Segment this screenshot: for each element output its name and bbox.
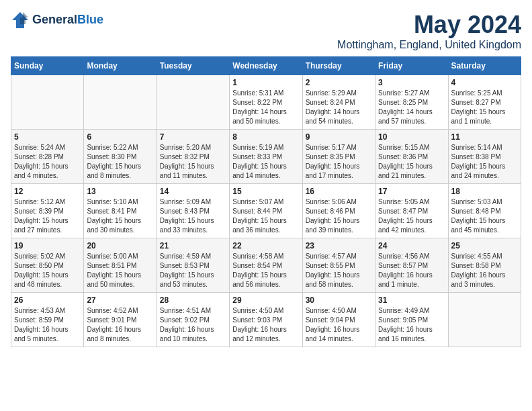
day-number: 25 <box>451 241 518 250</box>
calendar-cell: 1Sunrise: 5:31 AMSunset: 8:22 PMDaylight… <box>230 75 302 130</box>
day-detail: Sunrise: 4:51 AMSunset: 9:02 PMDaylight:… <box>160 306 226 344</box>
day-number: 13 <box>87 187 153 196</box>
col-header-saturday: Saturday <box>448 57 521 75</box>
calendar-week-row: 26Sunrise: 4:53 AMSunset: 8:59 PMDayligh… <box>11 293 521 347</box>
day-number: 1 <box>232 78 299 87</box>
calendar-table: SundayMondayTuesdayWednesdayThursdayFrid… <box>11 56 521 347</box>
day-number: 27 <box>87 295 153 305</box>
day-number: 3 <box>378 78 445 87</box>
calendar-cell <box>448 293 521 347</box>
col-header-monday: Monday <box>84 57 157 75</box>
logo-icon <box>11 11 30 30</box>
calendar-cell: 9Sunrise: 5:17 AMSunset: 8:35 PMDaylight… <box>302 130 375 184</box>
calendar-week-row: 1Sunrise: 5:31 AMSunset: 8:22 PMDaylight… <box>11 75 521 130</box>
calendar-cell: 3Sunrise: 5:27 AMSunset: 8:25 PMDaylight… <box>375 75 448 130</box>
calendar-cell: 8Sunrise: 5:19 AMSunset: 8:33 PMDaylight… <box>230 130 302 184</box>
day-detail: Sunrise: 5:12 AMSunset: 8:39 PMDaylight:… <box>14 197 81 235</box>
day-detail: Sunrise: 4:50 AMSunset: 9:03 PMDaylight:… <box>232 306 299 344</box>
title-area: May 2024 Mottingham, England, United Kin… <box>337 11 521 51</box>
calendar-cell: 28Sunrise: 4:51 AMSunset: 9:02 PMDayligh… <box>157 293 229 347</box>
day-detail: Sunrise: 4:55 AMSunset: 8:58 PMDaylight:… <box>451 252 518 289</box>
calendar-cell: 24Sunrise: 4:56 AMSunset: 8:57 PMDayligh… <box>375 238 448 293</box>
calendar-cell: 11Sunrise: 5:14 AMSunset: 8:38 PMDayligh… <box>448 130 521 184</box>
day-detail: Sunrise: 5:15 AMSunset: 8:36 PMDaylight:… <box>378 143 445 181</box>
calendar-cell: 20Sunrise: 5:00 AMSunset: 8:51 PMDayligh… <box>84 238 157 293</box>
logo-line2: Blue <box>77 13 103 26</box>
logo: GeneralBlue <box>11 11 103 30</box>
calendar-cell: 4Sunrise: 5:25 AMSunset: 8:27 PMDaylight… <box>448 75 521 130</box>
day-detail: Sunrise: 4:53 AMSunset: 8:59 PMDaylight:… <box>14 306 81 344</box>
col-header-tuesday: Tuesday <box>157 57 229 75</box>
day-detail: Sunrise: 5:07 AMSunset: 8:44 PMDaylight:… <box>232 197 299 235</box>
day-detail: Sunrise: 5:00 AMSunset: 8:51 PMDaylight:… <box>87 252 153 289</box>
header: GeneralBlue May 2024 Mottingham, England… <box>11 11 521 51</box>
calendar-cell: 23Sunrise: 4:57 AMSunset: 8:55 PMDayligh… <box>302 238 375 293</box>
day-detail: Sunrise: 4:58 AMSunset: 8:54 PMDaylight:… <box>232 252 299 289</box>
day-number: 16 <box>306 187 372 196</box>
day-detail: Sunrise: 5:09 AMSunset: 8:43 PMDaylight:… <box>160 197 226 235</box>
col-header-sunday: Sunday <box>11 57 84 75</box>
calendar-cell: 17Sunrise: 5:05 AMSunset: 8:47 PMDayligh… <box>375 184 448 238</box>
day-number: 21 <box>160 241 226 250</box>
calendar-cell: 22Sunrise: 4:58 AMSunset: 8:54 PMDayligh… <box>230 238 302 293</box>
calendar-cell: 25Sunrise: 4:55 AMSunset: 8:58 PMDayligh… <box>448 238 521 293</box>
day-number: 19 <box>14 241 81 250</box>
day-detail: Sunrise: 4:50 AMSunset: 9:04 PMDaylight:… <box>306 306 372 344</box>
day-detail: Sunrise: 5:06 AMSunset: 8:46 PMDaylight:… <box>306 197 372 235</box>
day-detail: Sunrise: 4:59 AMSunset: 8:53 PMDaylight:… <box>160 252 226 289</box>
day-number: 14 <box>160 187 226 196</box>
day-detail: Sunrise: 5:31 AMSunset: 8:22 PMDaylight:… <box>232 89 299 126</box>
day-number: 26 <box>14 295 81 305</box>
day-number: 15 <box>232 187 299 196</box>
calendar-cell: 21Sunrise: 4:59 AMSunset: 8:53 PMDayligh… <box>157 238 229 293</box>
day-number: 11 <box>451 132 518 142</box>
calendar-cell: 10Sunrise: 5:15 AMSunset: 8:36 PMDayligh… <box>375 130 448 184</box>
day-number: 17 <box>378 187 445 196</box>
day-detail: Sunrise: 5:24 AMSunset: 8:28 PMDaylight:… <box>14 143 81 181</box>
day-detail: Sunrise: 4:52 AMSunset: 9:01 PMDaylight:… <box>87 306 153 344</box>
calendar-cell: 15Sunrise: 5:07 AMSunset: 8:44 PMDayligh… <box>230 184 302 238</box>
day-detail: Sunrise: 5:27 AMSunset: 8:25 PMDaylight:… <box>378 89 445 126</box>
day-number: 23 <box>306 241 372 250</box>
col-header-wednesday: Wednesday <box>230 57 302 75</box>
calendar-cell: 29Sunrise: 4:50 AMSunset: 9:03 PMDayligh… <box>230 293 302 347</box>
calendar-week-row: 5Sunrise: 5:24 AMSunset: 8:28 PMDaylight… <box>11 130 521 184</box>
calendar-cell: 30Sunrise: 4:50 AMSunset: 9:04 PMDayligh… <box>302 293 375 347</box>
calendar-week-row: 12Sunrise: 5:12 AMSunset: 8:39 PMDayligh… <box>11 184 521 238</box>
day-number: 29 <box>232 295 299 305</box>
calendar-cell <box>11 75 84 130</box>
day-number: 31 <box>378 295 445 305</box>
day-number: 24 <box>378 241 445 250</box>
calendar-cell: 2Sunrise: 5:29 AMSunset: 8:24 PMDaylight… <box>302 75 375 130</box>
calendar-cell: 12Sunrise: 5:12 AMSunset: 8:39 PMDayligh… <box>11 184 84 238</box>
day-number: 5 <box>14 132 81 142</box>
calendar-cell: 5Sunrise: 5:24 AMSunset: 8:28 PMDaylight… <box>11 130 84 184</box>
calendar-cell <box>157 75 229 130</box>
calendar-cell: 13Sunrise: 5:10 AMSunset: 8:41 PMDayligh… <box>84 184 157 238</box>
day-number: 18 <box>451 187 518 196</box>
calendar-cell: 6Sunrise: 5:22 AMSunset: 8:30 PMDaylight… <box>84 130 157 184</box>
day-number: 8 <box>232 132 299 142</box>
calendar-cell: 31Sunrise: 4:49 AMSunset: 9:05 PMDayligh… <box>375 293 448 347</box>
day-detail: Sunrise: 4:49 AMSunset: 9:05 PMDaylight:… <box>378 306 445 344</box>
calendar-cell: 16Sunrise: 5:06 AMSunset: 8:46 PMDayligh… <box>302 184 375 238</box>
day-detail: Sunrise: 4:57 AMSunset: 8:55 PMDaylight:… <box>306 252 372 289</box>
day-number: 4 <box>451 78 518 87</box>
day-detail: Sunrise: 5:03 AMSunset: 8:48 PMDaylight:… <box>451 197 518 235</box>
day-detail: Sunrise: 5:17 AMSunset: 8:35 PMDaylight:… <box>306 143 372 181</box>
day-number: 9 <box>306 132 372 142</box>
day-detail: Sunrise: 5:20 AMSunset: 8:32 PMDaylight:… <box>160 143 226 181</box>
col-header-thursday: Thursday <box>302 57 375 75</box>
day-number: 20 <box>87 241 153 250</box>
day-detail: Sunrise: 5:22 AMSunset: 8:30 PMDaylight:… <box>87 143 153 181</box>
day-number: 30 <box>306 295 372 305</box>
calendar-cell <box>84 75 157 130</box>
calendar-cell: 27Sunrise: 4:52 AMSunset: 9:01 PMDayligh… <box>84 293 157 347</box>
calendar-cell: 18Sunrise: 5:03 AMSunset: 8:48 PMDayligh… <box>448 184 521 238</box>
day-detail: Sunrise: 4:56 AMSunset: 8:57 PMDaylight:… <box>378 252 445 289</box>
day-detail: Sunrise: 5:19 AMSunset: 8:33 PMDaylight:… <box>232 143 299 181</box>
day-detail: Sunrise: 5:02 AMSunset: 8:50 PMDaylight:… <box>14 252 81 289</box>
day-number: 7 <box>160 132 226 142</box>
calendar-subtitle: Mottingham, England, United Kingdom <box>337 39 521 51</box>
calendar-title: May 2024 <box>337 11 521 39</box>
